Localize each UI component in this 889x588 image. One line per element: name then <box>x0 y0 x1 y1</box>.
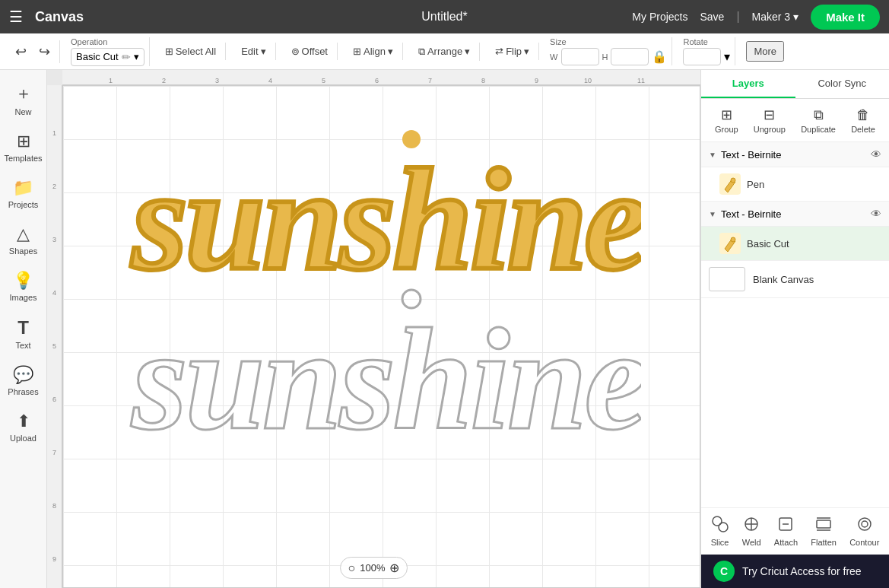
align-button[interactable]: ⊞ Align ▾ <box>348 43 398 60</box>
machine-name: Maker 3 <box>752 11 791 23</box>
text-icon: T <box>17 317 29 338</box>
size-h-label: H <box>602 52 608 62</box>
panel-tabs: Layers Color Sync <box>701 70 889 99</box>
ruler-mark-v-3: 3 <box>47 192 62 245</box>
sidebar-item-images[interactable]: 💡 Images <box>2 265 45 308</box>
zoom-out-button[interactable]: ○ <box>348 561 356 575</box>
weld-button[interactable]: Weld <box>738 513 766 550</box>
save-link[interactable]: Save <box>700 11 724 23</box>
new-icon: ＋ <box>15 82 32 105</box>
align-group: ⊞ Align ▾ <box>344 43 403 60</box>
delete-label: Delete <box>851 125 875 134</box>
svg-point-7 <box>719 523 728 532</box>
project-title: Untitled* <box>421 10 467 24</box>
flatten-button[interactable]: Flatten <box>806 513 841 550</box>
cricut-banner[interactable]: C Try Cricut Access for free <box>701 555 889 588</box>
sidebar-item-phrases[interactable]: 💬 Phrases <box>2 359 45 402</box>
sidebar-item-new[interactable]: ＋ New <box>2 76 45 122</box>
group-button[interactable]: ⊞ Group <box>712 103 741 137</box>
layer-thumb-pen <box>719 173 741 195</box>
layer-group-1[interactable]: ▼ Text - Beirnite 👁 <box>701 142 889 167</box>
lock-icon: 🔒 <box>652 49 667 64</box>
undo-redo-group: ↩ ↪ <box>6 40 60 63</box>
layer-item-pen-name: Pen <box>747 179 881 190</box>
rotate-label: Rotate <box>683 37 730 46</box>
ruler-mark-11: 11 <box>595 77 648 84</box>
size-field: Size W H 🔒 <box>550 37 667 65</box>
ruler-mark-v-6: 6 <box>47 351 62 405</box>
slice-icon <box>712 516 729 536</box>
ruler-mark-9: 9 <box>488 77 541 84</box>
sidebar-item-projects[interactable]: 📁 Projects <box>2 172 45 215</box>
operation-select[interactable]: Basic Cut ✏ ▾ <box>71 48 144 66</box>
ruler-mark-10: 10 <box>541 77 595 84</box>
size-h-input[interactable] <box>611 48 649 65</box>
top-nav: ☰ Canvas Untitled* My Projects Save | Ma… <box>0 0 889 33</box>
ungroup-button[interactable]: ⊟ Ungroup <box>751 103 789 137</box>
sidebar-item-text[interactable]: T Text <box>2 311 45 356</box>
size-group: Size W H 🔒 <box>545 37 672 65</box>
slice-button[interactable]: Slice <box>706 513 734 550</box>
undo-button[interactable]: ↩ <box>11 40 31 63</box>
visibility-icon-2[interactable]: 👁 <box>871 208 881 220</box>
zoom-level: 100% <box>360 562 385 574</box>
ungroup-icon: ⊟ <box>764 106 775 123</box>
layer-item-basiccut[interactable]: Basic Cut <box>701 227 889 261</box>
arrange-label: Arrange <box>427 46 462 57</box>
attach-button[interactable]: Attach <box>770 513 802 550</box>
canvas-content[interactable]: sunshine sunshine <box>62 85 700 588</box>
sidebar-item-templates-label: Templates <box>4 154 42 163</box>
arrange-button[interactable]: ⧉ Arrange ▾ <box>414 43 475 61</box>
edit-button[interactable]: Edit ▾ <box>237 43 270 60</box>
my-projects-link[interactable]: My Projects <box>632 11 687 23</box>
ruler-mark-5: 5 <box>275 77 329 84</box>
chevron-icon: ▼ <box>709 151 716 159</box>
flip-button[interactable]: ⇄ Flip ▾ <box>491 43 534 60</box>
redo-button[interactable]: ↪ <box>34 40 55 63</box>
cricut-banner-text: Try Cricut Access for free <box>742 565 862 577</box>
offset-button[interactable]: ⊚ Offset <box>287 43 332 60</box>
right-panel: Layers Color Sync ⊞ Group ⊟ Ungroup ⧉ Du… <box>700 70 889 588</box>
align-icon: ⊞ <box>353 46 361 57</box>
chevron-icon-2: ▼ <box>709 210 716 218</box>
phrases-icon: 💬 <box>13 365 33 385</box>
duplicate-button[interactable]: ⧉ Duplicate <box>798 104 839 137</box>
align-label: Align <box>364 46 386 57</box>
sidebar-item-upload[interactable]: ⬆ Upload <box>2 405 45 449</box>
contour-button[interactable]: Contour <box>845 513 884 550</box>
slice-label: Slice <box>711 538 729 547</box>
hamburger-menu[interactable]: ☰ <box>9 8 23 26</box>
zoom-in-button[interactable]: ⊕ <box>389 561 399 575</box>
rotate-input[interactable] <box>683 48 721 65</box>
ruler-mark-v-9: 9 <box>47 511 62 564</box>
machine-selector[interactable]: Maker 3 ▾ <box>752 11 799 23</box>
sidebar-item-shapes[interactable]: △ Shapes <box>2 218 45 262</box>
tab-color-sync[interactable]: Color Sync <box>795 70 890 98</box>
shapes-icon: △ <box>17 224 30 244</box>
tab-layers[interactable]: Layers <box>701 70 795 98</box>
edit-group: Edit ▾ <box>232 43 275 60</box>
select-all-button[interactable]: ⊞ Select All <box>160 43 221 60</box>
blank-canvas-row[interactable]: Blank Canvas <box>701 261 889 298</box>
basiccut-thumb-icon <box>722 235 738 252</box>
layer-group-2[interactable]: ▼ Text - Beirnite 👁 <box>701 202 889 227</box>
ruler-mark-1: 1 <box>62 77 116 84</box>
layers-list: ▼ Text - Beirnite 👁 Pen ▼ Text - Beirnit… <box>701 142 889 507</box>
offset-icon: ⊚ <box>291 46 300 57</box>
edit-label: Edit <box>241 46 258 57</box>
ruler-top: 1 2 3 4 5 6 7 8 9 10 11 <box>62 70 700 85</box>
main-layout: ＋ New ⊞ Templates 📁 Projects △ Shapes 💡 … <box>0 70 889 588</box>
visibility-icon-1[interactable]: 👁 <box>871 148 881 161</box>
layer-actions: ⊞ Group ⊟ Ungroup ⧉ Duplicate 🗑 Delete <box>701 99 889 142</box>
sidebar-item-templates[interactable]: ⊞ Templates <box>2 126 45 169</box>
more-button[interactable]: More <box>746 41 784 62</box>
delete-button[interactable]: 🗑 Delete <box>848 104 878 137</box>
ruler-mark-7: 7 <box>382 77 435 84</box>
make-it-button[interactable]: Make It <box>811 5 880 30</box>
contour-icon <box>856 516 873 536</box>
layer-item-pen[interactable]: Pen <box>701 167 889 202</box>
rotate-group: Rotate ▾ <box>678 37 735 65</box>
size-w-input[interactable] <box>561 48 599 65</box>
rotate-field: Rotate ▾ <box>683 37 730 65</box>
chevron-down-icon: ▾ <box>793 11 799 23</box>
